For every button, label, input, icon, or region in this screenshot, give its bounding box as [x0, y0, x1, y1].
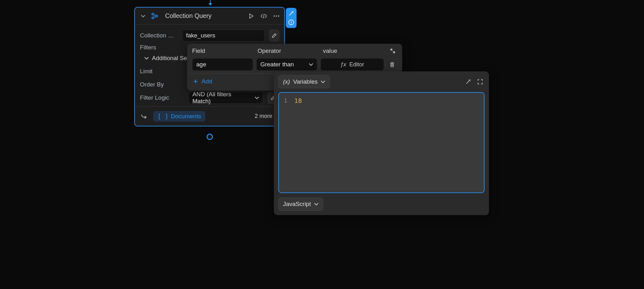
svg-point-7 — [276, 15, 277, 17]
chevron-down-icon — [144, 57, 149, 60]
line-number: 1 — [284, 97, 287, 189]
variables-prefix-icon: (x) — [283, 78, 290, 85]
filter-logic-select[interactable]: AND (All filters Match) — [188, 92, 263, 104]
editor-toolbar: (x) Variables — [278, 75, 485, 88]
collection-name-label: Collection Na… — [140, 32, 178, 39]
incoming-arrow-icon — [208, 0, 213, 7]
more-menu-button[interactable] — [272, 12, 280, 20]
node-footer: [ ] Documents 2 more — [135, 106, 284, 126]
run-button[interactable] — [247, 12, 255, 20]
filter-field-input[interactable] — [192, 58, 253, 71]
code-editor[interactable]: 1 18 — [278, 92, 485, 193]
editor-fullscreen-button[interactable] — [476, 77, 485, 86]
chevron-down-icon — [309, 63, 313, 66]
info-icon[interactable] — [287, 19, 295, 26]
documents-label: Documents — [171, 113, 201, 120]
filter-header-field: Field — [192, 47, 258, 54]
svg-point-8 — [278, 15, 279, 17]
editor-panel: (x) Variables 1 18 JavaScript — [274, 71, 489, 215]
filter-header-value: value — [323, 47, 388, 54]
svg-point-1 — [152, 13, 154, 15]
filter-logic-label: Filter Logic — [140, 94, 184, 101]
filter-logic-value: AND (All filters Match) — [192, 91, 250, 105]
filters-popup-header: Field Operator value — [187, 44, 402, 58]
fx-icon: ƒx — [340, 61, 346, 68]
filter-operator-value: Greater than — [260, 61, 294, 68]
limit-label: Limit — [140, 68, 185, 75]
expand-filters-button[interactable] — [388, 48, 397, 54]
chevron-down-icon — [321, 80, 325, 83]
svg-line-5 — [154, 16, 156, 17]
plus-icon — [193, 79, 198, 84]
collection-name-input[interactable] — [182, 30, 265, 42]
chevron-down-icon — [314, 203, 319, 206]
more-outputs-label: 2 more — [255, 113, 272, 119]
node-header: Collection Query — [135, 8, 284, 25]
variables-dropdown[interactable]: (x) Variables — [278, 75, 330, 88]
filter-value-label: Editor — [349, 61, 364, 68]
node-title: Collection Query — [162, 12, 245, 19]
filter-header-operator: Operator — [258, 47, 323, 54]
collapse-chevron-icon[interactable] — [139, 12, 147, 20]
side-badge — [286, 8, 297, 28]
code-view-button[interactable] — [260, 12, 268, 20]
language-label: JavaScript — [283, 201, 311, 208]
documents-output-pill[interactable]: [ ] Documents — [153, 111, 205, 122]
filter-value-editor-button[interactable]: ƒx Editor — [320, 58, 384, 71]
svg-point-6 — [274, 15, 275, 17]
order-by-label: Order By — [140, 81, 185, 88]
variables-label: Variables — [293, 78, 318, 85]
delete-filter-button[interactable] — [387, 59, 397, 69]
language-select[interactable]: JavaScript — [278, 197, 323, 211]
svg-point-2 — [152, 17, 154, 19]
node-type-icon — [150, 11, 159, 21]
svg-point-3 — [156, 15, 158, 17]
add-filter-label: Add — [202, 78, 212, 85]
svg-point-10 — [291, 21, 291, 21]
output-port[interactable] — [207, 134, 213, 140]
svg-line-4 — [154, 14, 156, 15]
edit-collection-button[interactable] — [269, 30, 279, 42]
chevron-down-icon — [255, 96, 259, 99]
filter-operator-select[interactable]: Greater than — [256, 58, 317, 71]
magic-wand-icon[interactable] — [287, 10, 295, 17]
output-arrow-icon — [140, 112, 148, 120]
editor-magic-wand-button[interactable] — [464, 77, 473, 86]
brackets-icon: [ ] — [158, 113, 168, 120]
code-content: 18 — [294, 97, 302, 189]
